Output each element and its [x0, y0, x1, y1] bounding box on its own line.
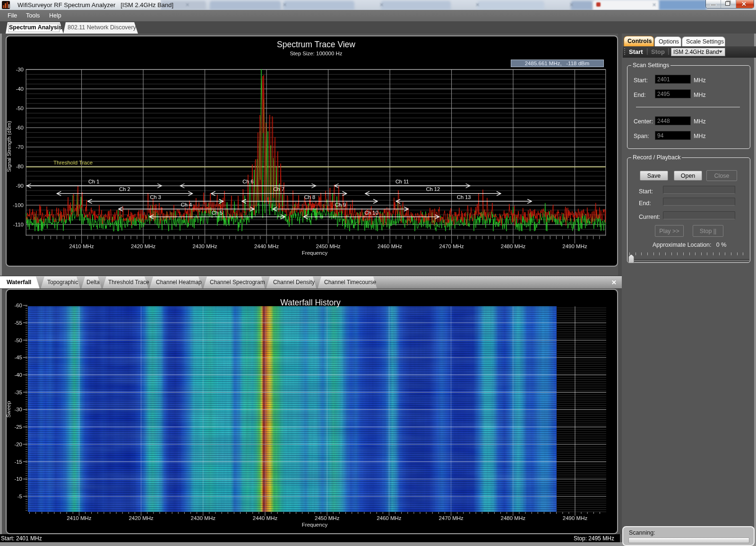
svg-text:-90: -90	[16, 183, 24, 189]
svg-text:2460 MHz: 2460 MHz	[378, 243, 403, 249]
svg-text:Ch 5: Ch 5	[212, 210, 223, 216]
svg-text:-80: -80	[16, 164, 24, 169]
svg-text:Frequency: Frequency	[302, 250, 328, 256]
svg-text:Threshold Trace: Threshold Trace	[53, 160, 93, 165]
svg-text:Ch 6: Ch 6	[242, 179, 253, 184]
svg-text:2450 MHz: 2450 MHz	[315, 515, 340, 521]
svg-text:-30: -30	[14, 407, 22, 412]
svg-text:2490 MHz: 2490 MHz	[562, 243, 587, 249]
svg-text:-10: -10	[14, 476, 22, 482]
svg-text:-50: -50	[14, 338, 22, 343]
svg-text:2410 MHz: 2410 MHz	[67, 515, 92, 521]
svg-text:-35: -35	[14, 390, 22, 395]
svg-text:2410 MHz: 2410 MHz	[69, 243, 94, 249]
svg-text:Ch 13: Ch 13	[457, 194, 471, 200]
svg-text:-30: -30	[16, 67, 24, 72]
svg-text:-40: -40	[16, 86, 24, 92]
svg-text:Sweep: Sweep	[7, 401, 11, 417]
svg-text:2440 MHz: 2440 MHz	[254, 243, 279, 249]
svg-text:-45: -45	[14, 355, 22, 360]
svg-text:2420 MHz: 2420 MHz	[129, 515, 154, 521]
svg-text:Ch 7: Ch 7	[274, 186, 284, 192]
svg-text:-25: -25	[14, 424, 22, 430]
svg-text:2485.661 MHz, -118 dBm: 2485.661 MHz, -118 dBm	[525, 61, 590, 66]
svg-text:-100: -100	[13, 202, 24, 208]
svg-text:2490 MHz: 2490 MHz	[563, 515, 588, 521]
svg-text:2480 MHz: 2480 MHz	[501, 243, 526, 249]
svg-text:2440 MHz: 2440 MHz	[253, 515, 278, 521]
svg-text:Signal Strength (dBm): Signal Strength (dBm)	[7, 121, 12, 172]
svg-text:Spectrum Trace View: Spectrum Trace View	[277, 40, 355, 49]
svg-text:Ch 8: Ch 8	[304, 194, 315, 200]
svg-text:Step Size: 100000 Hz: Step Size: 100000 Hz	[290, 51, 342, 56]
svg-text:Ch 2: Ch 2	[119, 186, 130, 192]
svg-text:2430 MHz: 2430 MHz	[191, 515, 216, 521]
svg-text:Ch 9: Ch 9	[335, 202, 346, 208]
svg-text:2420 MHz: 2420 MHz	[131, 243, 156, 249]
svg-text:Ch 12: Ch 12	[426, 186, 440, 192]
svg-text:2450 MHz: 2450 MHz	[316, 243, 341, 249]
svg-text:-5: -5	[17, 494, 22, 499]
svg-text:Ch 4: Ch 4	[181, 202, 192, 208]
svg-text:2430 MHz: 2430 MHz	[192, 243, 217, 249]
svg-text:Frequency: Frequency	[302, 522, 328, 528]
svg-text:Ch 3: Ch 3	[150, 194, 161, 200]
svg-text:-40: -40	[14, 372, 22, 378]
svg-text:-60: -60	[14, 303, 22, 308]
svg-text:-110: -110	[13, 222, 24, 227]
svg-text:2460 MHz: 2460 MHz	[377, 515, 402, 521]
svg-text:2470 MHz: 2470 MHz	[438, 515, 464, 521]
svg-text:-70: -70	[16, 144, 24, 150]
svg-text:2480 MHz: 2480 MHz	[501, 515, 526, 521]
svg-text:-50: -50	[16, 105, 24, 111]
svg-text:Ch 1: Ch 1	[88, 179, 99, 184]
svg-text:-20: -20	[14, 442, 22, 447]
svg-text:Ch 10: Ch 10	[364, 210, 378, 216]
svg-text:Waterfall History: Waterfall History	[280, 298, 341, 307]
svg-text:-55: -55	[14, 320, 22, 326]
svg-text:-15: -15	[14, 459, 22, 465]
svg-text:Ch 11: Ch 11	[395, 179, 409, 184]
svg-text:2470 MHz: 2470 MHz	[439, 243, 464, 249]
svg-text:-60: -60	[16, 125, 24, 130]
